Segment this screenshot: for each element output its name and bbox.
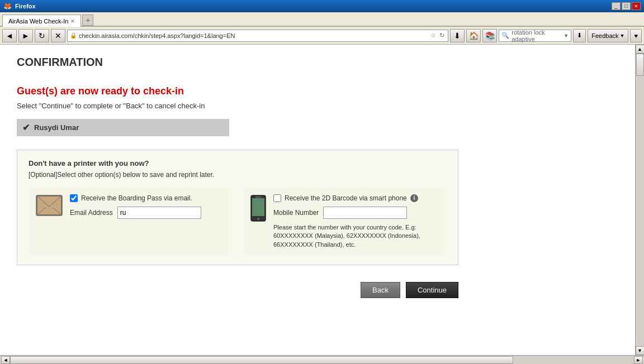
vertical-scrollbar[interactable]: ▲ ▼ [635, 45, 644, 355]
close-button[interactable]: ✕ [632, 2, 641, 10]
svg-rect-9 [255, 197, 261, 198]
bookmarks-button[interactable]: 📚 [482, 29, 497, 42]
address-bar[interactable]: 🔒 checkin.airasia.com/chkin/step4.aspx?l… [67, 30, 448, 42]
passenger-name: Rusydi Umar [34, 123, 79, 132]
url-text: checkin.airasia.com/chkin/step4.aspx?lan… [79, 32, 427, 39]
email-option-col: Receive the Boarding Pass via email. Ema… [29, 188, 232, 256]
scroll-track-v[interactable] [636, 54, 644, 346]
button-row: Back Continue [17, 282, 458, 298]
tab-title: AirAsia Web Check-In [8, 18, 68, 25]
title-bar: 🦊 Firefox _ □ ✕ [0, 0, 644, 12]
phone-input[interactable] [323, 207, 407, 219]
search-bar[interactable]: 🔍 rotation lock adaptive ▼ [499, 30, 571, 42]
browser-title: Firefox [15, 3, 36, 9]
phone-label-text: Receive the 2D Barcode via smart phone [285, 194, 407, 202]
search-text: rotation lock adaptive [512, 29, 561, 42]
email-option-content: Receive the Boarding Pass via email. Ema… [70, 194, 225, 219]
maximize-button[interactable]: □ [622, 2, 631, 10]
search-provider-icon: 🔍 [501, 32, 509, 39]
phone-icon [250, 194, 267, 222]
scroll-up-button[interactable]: ▲ [636, 45, 645, 54]
security-icon: 🔒 [70, 32, 77, 39]
phone-field-row: Mobile Number [273, 207, 440, 219]
email-field-label: Email Address [70, 209, 113, 217]
active-tab[interactable]: AirAsia Web Check-In ✕ [2, 15, 81, 27]
search-dropdown-icon[interactable]: ▼ [564, 33, 569, 39]
continue-button[interactable]: Continue [406, 282, 458, 298]
passenger-checkmark-icon: ✔ [22, 122, 30, 133]
email-option-label: Receive the Boarding Pass via email. [70, 194, 225, 202]
nav-bar: ◄ ► ↻ ✕ 🔒 checkin.airasia.com/chkin/step… [0, 27, 644, 45]
downloads-button[interactable]: ⬇ [450, 29, 465, 42]
minimize-button[interactable]: _ [612, 2, 621, 10]
browser-window: 🦊 Firefox _ □ ✕ AirAsia Web Check-In ✕ +… [0, 0, 644, 364]
stop-button[interactable]: ✕ [51, 29, 65, 42]
scroll-track-h[interactable] [10, 356, 634, 364]
window-controls: _ □ ✕ [612, 2, 641, 10]
home-button[interactable]: 🏠 [466, 29, 481, 42]
forward-nav-button[interactable]: ► [18, 29, 33, 42]
svg-rect-7 [252, 198, 264, 216]
email-checkbox[interactable] [70, 194, 78, 202]
scroll-thumb-v[interactable] [636, 54, 644, 76]
instruction-text: Select "Continue" to complete or "Back" … [17, 102, 618, 110]
phone-option-content: Receive the 2D Barcode via smart phone i… [273, 194, 440, 249]
scroll-left-button[interactable]: ◄ [1, 356, 10, 364]
new-tab-button[interactable]: + [82, 15, 93, 26]
page-title: CONFIRMATION [17, 56, 618, 69]
options-box: Don't have a printer with you now? [Opti… [17, 150, 458, 265]
back-nav-button[interactable]: ◄ [2, 29, 17, 42]
horizontal-scrollbar[interactable]: ◄ ► [0, 355, 644, 364]
svg-point-8 [257, 218, 259, 220]
options-columns: Receive the Boarding Pass via email. Ema… [29, 188, 447, 256]
favorites-button[interactable]: ♥ [630, 29, 642, 42]
bookmark-star-icon[interactable]: ☆ [429, 32, 437, 39]
phone-checkbox[interactable] [273, 194, 281, 202]
tab-close-icon[interactable]: ✕ [70, 18, 75, 24]
reload-button[interactable]: ↻ [35, 29, 49, 42]
passenger-row: ✔ Rusydi Umar [17, 119, 229, 136]
phone-note: Please start the number with your countr… [273, 223, 440, 249]
phone-field-label: Mobile Number [273, 209, 319, 217]
phone-option-col: Receive the 2D Barcode via smart phone i… [243, 188, 447, 256]
feedback-button[interactable]: Feedback ▼ [588, 29, 628, 42]
options-subtitle: [Optional]Select other option(s) below t… [29, 171, 447, 179]
feedback-dropdown-icon: ▼ [620, 33, 625, 39]
info-icon: i [410, 194, 418, 202]
phone-option-label: Receive the 2D Barcode via smart phone i [273, 194, 440, 202]
email-label-text: Receive the Boarding Pass via email. [81, 194, 192, 202]
email-input[interactable] [117, 207, 201, 219]
scroll-down-button[interactable]: ▼ [636, 346, 645, 355]
scroll-right-button[interactable]: ► [634, 356, 643, 364]
refresh-icon[interactable]: ↻ [438, 32, 446, 39]
feedback-label: Feedback [591, 32, 618, 39]
guest-heading: Guest(s) are now ready to check-in [17, 85, 618, 97]
email-icon [35, 194, 63, 217]
options-title: Don't have a printer with you now? [29, 159, 447, 167]
email-field-row: Email Address [70, 207, 225, 219]
page-content: CONFIRMATION Guest(s) are now ready to c… [0, 45, 635, 355]
back-button[interactable]: Back [361, 282, 400, 298]
scroll-thumb-h[interactable] [10, 356, 513, 364]
download-btn[interactable]: ⬇ [573, 29, 586, 42]
tab-bar: AirAsia Web Check-In ✕ + [0, 12, 644, 27]
